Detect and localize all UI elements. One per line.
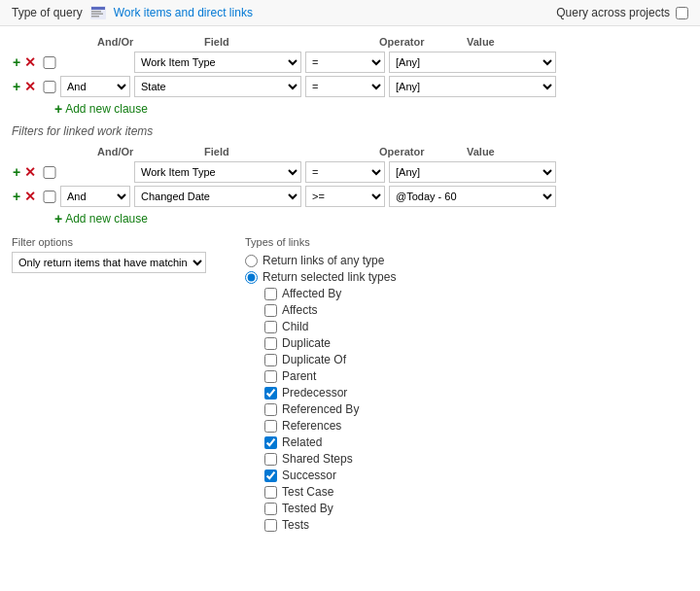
filter-options-select[interactable]: Only return items that have matching lin… <box>12 252 206 273</box>
link-item-successor: Successor <box>264 469 688 482</box>
linked-row-2-checkbox[interactable] <box>43 191 56 203</box>
linked-add-clause-label: Add new clause <box>65 212 148 226</box>
linked-rows-section: Filters for linked work items And/Or Fie… <box>12 124 688 226</box>
label-successor: Successor <box>282 469 336 482</box>
cb-duplicate-of[interactable] <box>264 354 277 366</box>
main-row-2-actions: + ✕ <box>12 80 43 93</box>
link-item-tests: Tests <box>264 518 688 532</box>
linked-operator-header: Operator <box>379 146 467 157</box>
link-item-referenced-by: Referenced By <box>264 402 688 416</box>
cb-references[interactable] <box>264 420 277 433</box>
label-related: Related <box>282 435 322 449</box>
query-icon <box>90 6 106 19</box>
cb-child[interactable] <box>264 321 277 333</box>
cb-predecessor[interactable] <box>264 387 277 400</box>
main-row-2-value-select[interactable]: [Any] <box>389 76 556 97</box>
linked-row-2-andor-select[interactable]: And Or <box>60 186 130 207</box>
linked-row-2-operator-select[interactable]: >= = != <= <box>305 186 385 207</box>
radio-any-type-label: Return links of any type <box>262 254 384 267</box>
cb-affected-by[interactable] <box>264 288 277 300</box>
radio-selected-type-row: Return selected link types <box>245 270 688 284</box>
query-type-label: Type of query <box>12 6 83 19</box>
main-row-1-operator-select[interactable]: = != >= <box>305 52 385 73</box>
main-row-2-operator-select[interactable]: = != >= <box>305 76 385 97</box>
linked-row-2-actions: + ✕ <box>12 190 43 203</box>
main-row-2-field-select[interactable]: State Work Item Type Changed Date <box>134 76 301 97</box>
cb-shared-steps[interactable] <box>264 453 277 466</box>
cb-test-case[interactable] <box>264 486 277 499</box>
linked-add-plus-icon: + <box>54 211 62 226</box>
label-affects: Affects <box>282 303 317 317</box>
linked-row-1-actions: + ✕ <box>12 165 43 179</box>
query-across-section: Query across projects <box>556 6 688 19</box>
label-child: Child <box>282 320 308 333</box>
field-header: Field <box>204 36 379 48</box>
label-duplicate: Duplicate <box>282 336 331 350</box>
linked-row-2-field-select[interactable]: Changed Date Work Item Type State <box>134 186 301 207</box>
cb-tested-by[interactable] <box>264 503 277 515</box>
linked-row-1: + ✕ Work Item Type State Changed Date = … <box>12 161 688 183</box>
main-row-1-remove-btn[interactable]: ✕ <box>23 55 37 69</box>
linked-row-1-remove-btn[interactable]: ✕ <box>23 165 37 179</box>
label-predecessor: Predecessor <box>282 386 347 400</box>
label-test-case: Test Case <box>282 485 333 499</box>
label-duplicate-of: Duplicate Of <box>282 353 346 366</box>
svg-rect-3 <box>91 14 103 16</box>
linked-row-1-add-btn[interactable]: + <box>12 165 21 179</box>
link-item-affected-by: Affected By <box>264 287 688 300</box>
main-row-1-add-btn[interactable]: + <box>12 55 21 69</box>
main-content: And/Or Field Operator Value + ✕ Work Ite… <box>0 26 700 542</box>
link-item-related: Related <box>264 435 688 449</box>
main-row-1-field-select[interactable]: Work Item Type State Changed Date <box>134 52 301 73</box>
linked-columns-header: And/Or Field Operator Value <box>12 144 688 159</box>
filter-options-panel: Filter options Only return items that ha… <box>12 236 226 535</box>
query-type-value[interactable]: Work items and direct links <box>114 6 253 19</box>
main-row-2-add-btn[interactable]: + <box>12 80 21 93</box>
linked-row-2: + ✕ And Or Changed Date Work Item Type S… <box>12 186 688 207</box>
linked-andor-header: And/Or <box>97 146 204 157</box>
linked-add-clause-btn[interactable]: + Add new clause <box>54 211 148 226</box>
link-item-predecessor: Predecessor <box>264 386 688 400</box>
main-row-1-value-select[interactable]: [Any] <box>389 52 556 73</box>
cb-duplicate[interactable] <box>264 337 277 350</box>
linked-row-2-value-select[interactable]: @Today - 60 @Today <box>389 186 556 207</box>
main-row-2-remove-btn[interactable]: ✕ <box>23 80 37 93</box>
filter-options-label: Filter options <box>12 236 226 248</box>
main-row-2-checkbox[interactable] <box>43 81 56 93</box>
cb-affects[interactable] <box>264 304 277 317</box>
link-item-shared-steps: Shared Steps <box>264 452 688 466</box>
main-add-clause-label: Add new clause <box>65 102 148 116</box>
main-row-1-checkbox[interactable] <box>43 56 56 69</box>
query-type-section: Type of query Work items and direct link… <box>12 6 253 19</box>
label-referenced-by: Referenced By <box>282 402 359 416</box>
cb-referenced-by[interactable] <box>264 403 277 416</box>
link-item-duplicate: Duplicate <box>264 336 688 350</box>
linked-section-label: Filters for linked work items <box>12 124 688 138</box>
cb-successor[interactable] <box>264 469 277 482</box>
linked-field-header: Field <box>204 146 379 157</box>
cb-parent[interactable] <box>264 370 277 383</box>
main-row-2-andor-select[interactable]: And Or <box>60 76 130 97</box>
cb-tests[interactable] <box>264 519 277 532</box>
linked-row-1-value-select[interactable]: [Any] <box>389 161 556 183</box>
linked-row-1-checkbox[interactable] <box>43 166 56 179</box>
linked-row-2-remove-btn[interactable]: ✕ <box>23 190 37 203</box>
link-item-parent: Parent <box>264 369 688 383</box>
radio-selected-type[interactable] <box>245 271 258 284</box>
main-add-clause-btn[interactable]: + Add new clause <box>54 101 148 117</box>
radio-selected-type-label: Return selected link types <box>262 270 396 284</box>
value-header: Value <box>467 36 642 48</box>
main-rows-section: And/Or Field Operator Value + ✕ Work Ite… <box>12 34 688 117</box>
main-row-1-actions: + ✕ <box>12 55 43 69</box>
query-across-checkbox[interactable] <box>676 7 688 19</box>
cb-related[interactable] <box>264 436 277 449</box>
radio-any-type[interactable] <box>245 255 258 267</box>
linked-row-2-add-btn[interactable]: + <box>12 190 21 203</box>
label-references: References <box>282 419 341 433</box>
main-row-1: + ✕ Work Item Type State Changed Date = … <box>12 52 688 73</box>
andor-header: And/Or <box>97 36 204 48</box>
linked-row-1-operator-select[interactable]: = != >= <box>305 161 385 183</box>
bottom-section: Filter options Only return items that ha… <box>12 236 688 535</box>
svg-rect-1 <box>91 7 105 10</box>
linked-row-1-field-select[interactable]: Work Item Type State Changed Date <box>134 161 301 183</box>
